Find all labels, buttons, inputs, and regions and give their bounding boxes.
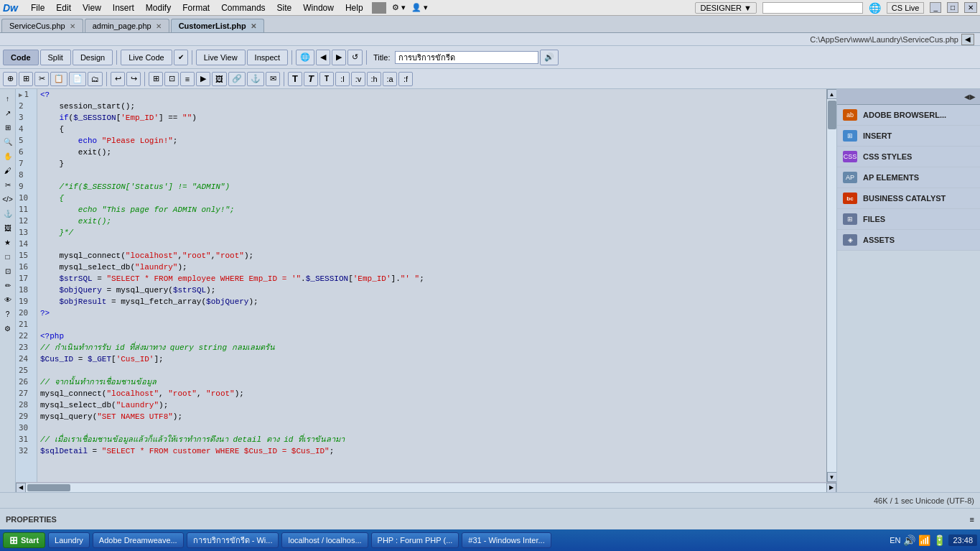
tb2-colon-f[interactable]: :f bbox=[398, 72, 413, 86]
scroll-up-button[interactable]: ▲ bbox=[827, 89, 837, 99]
search-input[interactable] bbox=[762, 2, 863, 14]
panel-item-ap[interactable]: AP AP ELEMENTS bbox=[837, 167, 980, 188]
tb2-T-small[interactable]: T bbox=[319, 72, 334, 86]
live-code-button[interactable]: Live Code bbox=[121, 50, 172, 65]
horizontal-scrollbar[interactable]: ◀ ▶ bbox=[16, 482, 836, 492]
menu-view[interactable]: View bbox=[77, 1, 107, 14]
menu-format[interactable]: Format bbox=[177, 1, 215, 14]
title-icon-button[interactable]: 🔊 bbox=[540, 50, 559, 65]
taskbar-item-1[interactable]: Adobe Dreamweave... bbox=[93, 532, 184, 548]
minimize-button[interactable]: _ bbox=[930, 2, 941, 13]
tb2-T-serif[interactable]: T bbox=[304, 72, 318, 86]
live-view-button[interactable]: Live View bbox=[196, 50, 246, 65]
ls-btn-img[interactable]: 🖼 bbox=[1, 221, 14, 234]
tb2-list[interactable]: ≡ bbox=[180, 72, 195, 86]
tb2-redo[interactable]: ↪ bbox=[126, 72, 141, 86]
tb2-table[interactable]: ⊡ bbox=[164, 72, 179, 86]
menu-edit[interactable]: Edit bbox=[50, 1, 77, 14]
ls-btn-scissors[interactable]: ✂ bbox=[1, 178, 14, 191]
tab-admin-page[interactable]: admin_page.php ✕ bbox=[85, 19, 169, 32]
panel-item-assets[interactable]: ◈ ASSETS bbox=[837, 230, 980, 251]
ls-btn-eye[interactable]: 👁 bbox=[1, 293, 14, 306]
inspect-button[interactable]: Inspect bbox=[247, 50, 288, 65]
taskbar-item-3[interactable]: localhost / localhos... bbox=[281, 532, 368, 548]
close-button[interactable]: ✕ bbox=[964, 2, 977, 13]
menu-commands[interactable]: Commands bbox=[215, 1, 271, 14]
split-button[interactable]: Split bbox=[40, 50, 71, 65]
ls-btn-anchor[interactable]: ⚓ bbox=[1, 207, 14, 220]
back-button[interactable]: ◀ bbox=[316, 50, 330, 65]
menu-modify[interactable]: Modify bbox=[140, 1, 177, 14]
tb2-colon-l[interactable]: :l bbox=[335, 72, 350, 86]
ls-btn-brush[interactable]: 🖌 bbox=[1, 164, 14, 177]
tb2-btn-5[interactable]: 📄 bbox=[69, 72, 86, 86]
path-expand-button[interactable]: ◀ bbox=[961, 34, 974, 45]
tab-close-2[interactable]: ✕ bbox=[251, 22, 256, 30]
taskbar-item-5[interactable]: #31 - Windows Inter... bbox=[462, 532, 551, 548]
menu-help[interactable]: Help bbox=[340, 1, 369, 14]
title-input[interactable] bbox=[395, 51, 538, 64]
ls-btn-settings[interactable]: ⚙ bbox=[1, 322, 14, 335]
ls-btn-hand[interactable]: ✋ bbox=[1, 149, 14, 162]
taskbar-item-2[interactable]: การบริการขักรีด - Wi... bbox=[187, 532, 279, 548]
scroll-h-thumb[interactable] bbox=[27, 484, 70, 491]
code-button[interactable]: Code bbox=[3, 50, 39, 65]
scroll-right-button[interactable]: ▶ bbox=[826, 483, 836, 493]
forward-button[interactable]: ▶ bbox=[332, 50, 346, 65]
ls-btn-select[interactable]: ⊞ bbox=[1, 121, 14, 134]
tb2-btn-1[interactable]: ⊕ bbox=[3, 72, 17, 86]
menu-file[interactable]: File bbox=[25, 1, 50, 14]
panel-collapse-button[interactable]: ◀▶ bbox=[964, 93, 976, 101]
panel-item-insert[interactable]: ⊞ INSERT bbox=[837, 126, 980, 147]
ls-btn-pencil[interactable]: ✏ bbox=[1, 279, 14, 292]
tb2-email[interactable]: ✉ bbox=[266, 72, 280, 86]
tb2-btn-2[interactable]: ⊞ bbox=[19, 72, 33, 86]
tab-customer-list[interactable]: CustomerList.php ✕ bbox=[171, 19, 264, 32]
taskbar-item-0[interactable]: Laundry bbox=[48, 532, 90, 548]
properties-options-button[interactable]: ≡ bbox=[970, 515, 974, 524]
ls-btn-tag[interactable]: </> bbox=[1, 193, 14, 205]
tab-close-0[interactable]: ✕ bbox=[70, 22, 75, 30]
tb2-img[interactable]: 🖼 bbox=[212, 72, 227, 86]
ls-btn-star[interactable]: ★ bbox=[1, 236, 14, 249]
designer-button[interactable]: DESIGNER ▼ bbox=[695, 2, 756, 14]
cs-live-button[interactable]: CS Live bbox=[887, 2, 925, 14]
scroll-thumb[interactable] bbox=[828, 101, 836, 129]
tb2-T[interactable]: T bbox=[288, 72, 302, 86]
scroll-left-button[interactable]: ◀ bbox=[16, 483, 26, 493]
menu-window[interactable]: Window bbox=[297, 1, 340, 14]
start-button[interactable]: ⊞ Start bbox=[3, 532, 45, 548]
tab-service-cus[interactable]: ServiceCus.php ✕ bbox=[1, 19, 83, 32]
ls-btn-cursor[interactable]: ↗ bbox=[1, 106, 14, 119]
inspect-toggle-button[interactable]: ✔ bbox=[174, 50, 188, 65]
tb2-undo[interactable]: ↩ bbox=[111, 72, 125, 86]
tb2-media[interactable]: ▶ bbox=[196, 72, 210, 86]
refresh-prev-button[interactable]: 🌐 bbox=[296, 50, 314, 65]
tb2-btn-4[interactable]: 📋 bbox=[50, 72, 67, 86]
reload-button[interactable]: ↺ bbox=[347, 50, 363, 65]
ls-btn-question[interactable]: ? bbox=[1, 307, 14, 320]
restore-button[interactable]: □ bbox=[947, 2, 958, 13]
ls-btn-zoom[interactable]: 🔍 bbox=[1, 135, 14, 148]
scroll-down-button[interactable]: ▼ bbox=[827, 472, 837, 482]
tb2-btn-3[interactable]: ✂ bbox=[34, 72, 49, 86]
tb2-link[interactable]: 🔗 bbox=[228, 72, 246, 86]
code-content[interactable]: <? session_start(); if($_SESSION['Emp_ID… bbox=[37, 89, 826, 482]
tb2-colon-a[interactable]: :a bbox=[383, 72, 397, 86]
tb2-anchor[interactable]: ⚓ bbox=[247, 72, 264, 86]
tb2-colon-h[interactable]: :h bbox=[367, 72, 381, 86]
tab-close-1[interactable]: ✕ bbox=[156, 22, 162, 30]
panel-item-css[interactable]: CSS CSS STYLES bbox=[837, 147, 980, 167]
panel-item-files[interactable]: ⊞ FILES bbox=[837, 209, 980, 230]
tb2-colon-v[interactable]: :v bbox=[351, 72, 365, 86]
panel-item-browser[interactable]: ab ADOBE BROWSERL... bbox=[837, 105, 980, 126]
tb2-grid[interactable]: ⊞ bbox=[149, 72, 163, 86]
code-editor[interactable]: ▶1 2 3 4 5 6 7 8 9 10 11 12 13 14 15 16 bbox=[16, 89, 836, 482]
design-button[interactable]: Design bbox=[73, 50, 113, 65]
ls-btn-grid[interactable]: ⊡ bbox=[1, 264, 14, 277]
vertical-scrollbar[interactable]: ▲ ▼ bbox=[826, 89, 836, 482]
panel-item-bc[interactable]: bc BUSINESS CATALYST bbox=[837, 188, 980, 209]
ls-btn-arrow[interactable]: ↑ bbox=[1, 92, 14, 105]
menu-site[interactable]: Site bbox=[271, 1, 298, 14]
tb2-btn-6[interactable]: 🗂 bbox=[88, 72, 103, 86]
